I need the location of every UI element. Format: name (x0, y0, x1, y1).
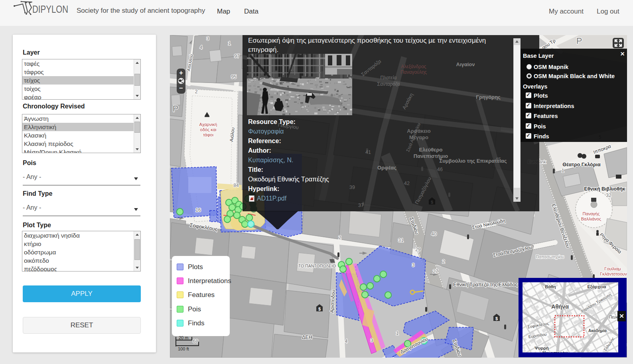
svg-text:ΔΕΗ: ΔΕΗ (302, 334, 312, 340)
svg-text:2: 2 (339, 235, 341, 240)
svg-text:Αχαρνική: Αχαρνική (199, 122, 217, 127)
svg-text:97: 97 (234, 53, 240, 59)
svg-text:4: 4 (345, 338, 348, 344)
svg-text:Πευκ: Πευκ (609, 315, 618, 319)
svg-text:20 m: 20 m (179, 336, 188, 340)
svg-text:$: $ (495, 316, 498, 321)
svg-text:16: 16 (195, 207, 201, 213)
svg-text:4: 4 (200, 45, 203, 50)
svg-text:Γκλάντστοουν: Γκλάντστοουν (600, 272, 627, 276)
svg-text:2: 2 (195, 89, 198, 94)
svg-text:Θέατρο Γκλόρια: Θέατρο Γκλόρια (562, 162, 601, 167)
svg-text:1: 1 (562, 168, 564, 173)
svg-text:32: 32 (606, 193, 611, 198)
svg-text:οδός και: οδός και (200, 127, 217, 132)
svg-text:$: $ (318, 307, 321, 311)
svg-text:3: 3 (412, 262, 415, 268)
svg-text:3: 3 (207, 36, 209, 41)
svg-text:1: 1 (396, 331, 399, 336)
svg-text:40: 40 (431, 231, 437, 237)
svg-text:Ψυρρή: Ψυρρή (534, 346, 549, 350)
svg-text:Γουίλιαμ: Γουίλιαμ (604, 266, 621, 271)
svg-text:Βάθη: Βάθη (545, 284, 556, 289)
svg-text:Ακαδημία: Ακαδημία (588, 329, 607, 333)
svg-text:Παπασωτηρίου: Παπασωτηρίου (536, 254, 564, 259)
svg-text:Εθνική Βιβλιοθήκ: Εθνική Βιβλιοθήκ (584, 186, 625, 192)
svg-text:Εξάρχεια: Εξάρχεια (587, 284, 606, 289)
svg-text:27: 27 (433, 269, 438, 274)
svg-text:3: 3 (371, 338, 373, 343)
svg-text:Αθήνα: Αθήνα (551, 303, 569, 310)
svg-text:ΤΟ ΠΑΝΤΟΠΩΛΕΙΟ: ΤΟ ΠΑΝΤΟΠΩΛΕΙΟ (298, 264, 336, 268)
svg-text:Βαλλιάνος: Βαλλιάνος (581, 216, 601, 221)
svg-text:τάφοι: τάφοι (203, 132, 214, 137)
svg-text:Παναγής: Παναγής (582, 211, 599, 216)
svg-text:Εθνική Τράπεζα της Ελλάδος: Εθνική Τράπεζα της Ελλάδος (453, 282, 518, 287)
svg-text:1: 1 (228, 41, 231, 46)
svg-text:84: 84 (233, 183, 239, 188)
svg-text:100 ft: 100 ft (178, 346, 189, 351)
svg-text:P: P (576, 36, 582, 46)
svg-text:31: 31 (398, 238, 404, 243)
svg-text:95: 95 (231, 74, 237, 80)
svg-text:P: P (173, 104, 179, 114)
svg-text:29: 29 (415, 247, 421, 252)
svg-text:2: 2 (442, 259, 445, 264)
